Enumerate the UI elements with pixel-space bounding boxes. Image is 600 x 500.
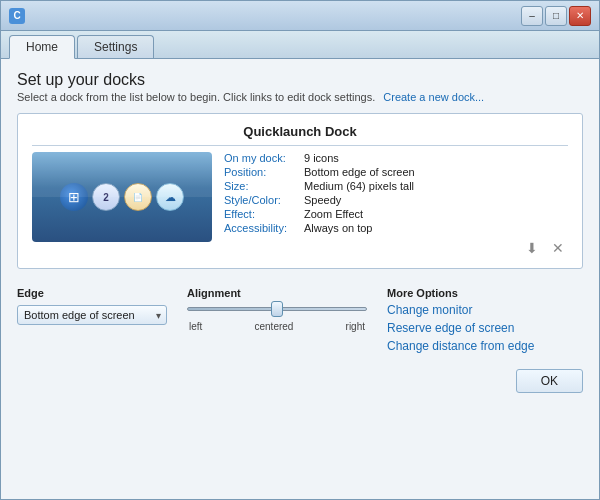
dock-icon-windows: ⊞: [60, 183, 88, 211]
effect-label[interactable]: Effect:: [224, 208, 304, 220]
edge-select[interactable]: Bottom edge of screen Top edge of screen…: [17, 305, 167, 325]
tab-home[interactable]: Home: [9, 35, 75, 59]
info-size: Size: Medium (64) pixels tall: [224, 180, 568, 192]
change-distance-link[interactable]: Change distance from edge: [387, 339, 583, 353]
subtitle-text: Select a dock from the list below to beg…: [17, 91, 375, 103]
dock-panel-title: Quicklaunch Dock: [32, 124, 568, 146]
subtitle-row: Select a dock from the list below to beg…: [17, 91, 583, 103]
dock-icon-document: 📄: [124, 183, 152, 211]
style-label[interactable]: Style/Color:: [224, 194, 304, 206]
tab-settings[interactable]: Settings: [77, 35, 154, 58]
accessibility-value: Always on top: [304, 222, 372, 234]
position-value: Bottom edge of screen: [304, 166, 415, 178]
effect-value: Zoom Effect: [304, 208, 363, 220]
minimize-button[interactable]: –: [521, 6, 543, 26]
accessibility-label[interactable]: Accessibility:: [224, 222, 304, 234]
controls-row: Edge Bottom edge of screen Top edge of s…: [17, 279, 583, 361]
size-label[interactable]: Size:: [224, 180, 304, 192]
slider-track[interactable]: [187, 307, 367, 311]
dock-panel-body: ⊞ 2 📄 ☁ On my dock: 9 icons Position: Bo…: [32, 152, 568, 258]
ok-button[interactable]: OK: [516, 369, 583, 393]
edge-group: Edge Bottom edge of screen Top edge of s…: [17, 287, 167, 325]
tab-bar: Home Settings: [1, 31, 599, 59]
content-area: Set up your docks Select a dock from the…: [1, 59, 599, 499]
on-my-dock-value: 9 icons: [304, 152, 339, 164]
dock-actions: ⬇ ✕: [224, 238, 568, 258]
slider-labels: left centered right: [187, 321, 367, 332]
delete-icon[interactable]: ✕: [548, 238, 568, 258]
edge-select-wrapper: Bottom edge of screen Top edge of screen…: [17, 305, 167, 325]
window-controls: – □ ✕: [521, 6, 591, 26]
info-style: Style/Color: Speedy: [224, 194, 568, 206]
dock-icon-calendar: 2: [92, 183, 120, 211]
info-on-my-dock: On my dock: 9 icons: [224, 152, 568, 164]
dock-preview: ⊞ 2 📄 ☁: [32, 152, 212, 242]
create-dock-link[interactable]: Create a new dock...: [383, 91, 484, 103]
slider-center-label: centered: [254, 321, 293, 332]
close-button[interactable]: ✕: [569, 6, 591, 26]
slider-right-label: right: [346, 321, 365, 332]
style-value: Speedy: [304, 194, 341, 206]
info-position: Position: Bottom edge of screen: [224, 166, 568, 178]
more-options-group: More Options Change monitor Reserve edge…: [387, 287, 583, 353]
change-monitor-link[interactable]: Change monitor: [387, 303, 583, 317]
slider-container: [187, 303, 367, 317]
restore-button[interactable]: □: [545, 6, 567, 26]
page-title: Set up your docks: [17, 71, 583, 89]
info-accessibility: Accessibility: Always on top: [224, 222, 568, 234]
dock-panel: Quicklaunch Dock ⊞ 2 📄 ☁ On my dock: 9 i…: [17, 113, 583, 269]
position-label[interactable]: Position:: [224, 166, 304, 178]
app-icon: C: [9, 8, 25, 24]
main-window: C – □ ✕ Home Settings Set up your docks …: [0, 0, 600, 500]
download-icon[interactable]: ⬇: [522, 238, 542, 258]
slider-left-label: left: [189, 321, 202, 332]
edge-label: Edge: [17, 287, 167, 299]
info-effect: Effect: Zoom Effect: [224, 208, 568, 220]
dock-info: On my dock: 9 icons Position: Bottom edg…: [224, 152, 568, 258]
reserve-edge-link[interactable]: Reserve edge of screen: [387, 321, 583, 335]
on-my-dock-label[interactable]: On my dock:: [224, 152, 304, 164]
ok-row: OK: [17, 369, 583, 393]
slider-thumb[interactable]: [271, 301, 283, 317]
title-bar: C – □ ✕: [1, 1, 599, 31]
alignment-group: Alignment left centered right: [187, 287, 367, 332]
dock-icon-weather: ☁: [156, 183, 184, 211]
size-value: Medium (64) pixels tall: [304, 180, 414, 192]
more-options-label: More Options: [387, 287, 583, 299]
alignment-label: Alignment: [187, 287, 367, 299]
